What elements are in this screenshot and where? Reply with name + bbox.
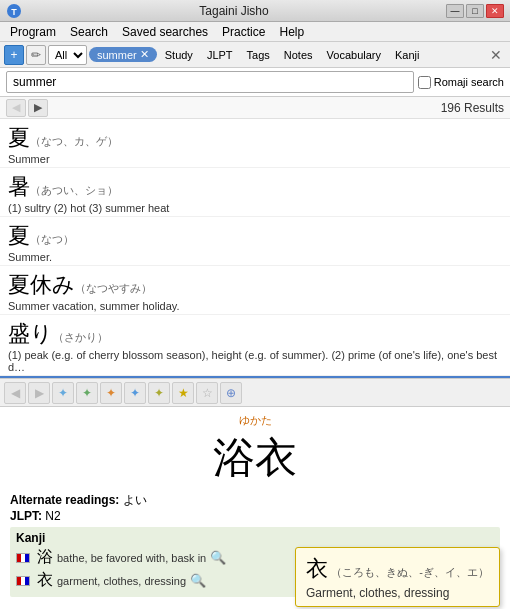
flag-icon [16,576,30,586]
alt-readings-value: よい [123,493,147,507]
result-count: 196 Results [441,101,504,115]
kanji-lookup-icon-2[interactable]: 🔍 [190,573,206,588]
search-bar: Romaji search [0,68,510,97]
result-item[interactable]: 浴衣（ゆかた、よい） Yukata (light cotton kimono w… [0,376,510,379]
detail-kanji: 浴衣 [10,430,500,486]
window-controls: — □ ✕ [446,4,504,18]
tab-kanji[interactable]: Kanji [389,47,425,63]
pencil-button[interactable]: ✏ [26,45,46,65]
action-btn-7[interactable]: ☆ [196,382,218,404]
popup-readings: （ころも、きぬ、-ぎ、イ、エ） [331,566,489,578]
add-button[interactable]: + [4,45,24,65]
summer-tag[interactable]: summer ✕ [89,47,157,62]
maximize-button[interactable]: □ [466,4,484,18]
result-bar: ◀ ▶ 196 Results [0,97,510,119]
tab-notes[interactable]: Notes [278,47,319,63]
menu-bar: Program Search Saved searches Practice H… [0,22,510,42]
result-desc: Summer. [8,251,502,263]
filter-select[interactable]: All [48,45,87,65]
kanji-popup: 衣 （ころも、きぬ、-ぎ、イ、エ） Garment, clothes, dres… [295,547,500,607]
tab-jlpt[interactable]: JLPT [201,47,239,63]
result-kanji-line: 夏（なつ、カ、ゲ） [8,123,502,153]
menu-search[interactable]: Search [64,23,114,41]
result-kanji-line: 夏（なつ） [8,221,502,251]
results-list[interactable]: 夏（なつ、カ、ゲ） Summer 暑（あつい、ショ） (1) sultry (2… [0,119,510,379]
action-btn-3[interactable]: ✦ [100,382,122,404]
result-item[interactable]: 盛り（さかり） (1) peak (e.g. of cherry blossom… [0,315,510,376]
result-kanji-line: 夏休み（なつやすみ） [8,270,502,300]
kanji-char-2: 衣 [37,570,53,591]
result-item[interactable]: 夏（なつ、カ、ゲ） Summer [0,119,510,168]
kanji-char-1: 浴 [37,547,53,568]
result-item[interactable]: 夏（なつ） Summer. [0,217,510,266]
alt-readings-label: Alternate readings: [10,493,119,507]
history-back-button[interactable]: ◀ [4,382,26,404]
result-item[interactable]: 暑（あつい、ショ） (1) sultry (2) hot (3) summer … [0,168,510,217]
jlpt-label: JLPT: [10,509,42,523]
romaji-checkbox[interactable] [418,76,431,89]
action-btn-5[interactable]: ✦ [148,382,170,404]
jlpt-level: N2 [45,509,60,523]
result-desc: Summer vacation, summer holiday. [8,300,502,312]
menu-practice[interactable]: Practice [216,23,271,41]
menu-help[interactable]: Help [273,23,310,41]
tag-remove-icon[interactable]: ✕ [140,48,149,61]
jlpt-line: JLPT: N2 [10,509,500,523]
close-button[interactable]: ✕ [486,4,504,18]
kanji-meaning-1: bathe, be favored with, bask in [57,552,206,564]
result-kanji-line: 盛り（さかり） [8,319,502,349]
result-kanji-line: 暑（あつい、ショ） [8,172,502,202]
romaji-label: Romaji search [418,76,504,89]
result-desc: Summer [8,153,502,165]
search-input[interactable] [6,71,414,93]
action-bar: ◀ ▶ ✦ ✦ ✦ ✦ ✦ ★ ☆ ⊕ [0,379,510,407]
menu-program[interactable]: Program [4,23,62,41]
toolbar-close-icon[interactable]: ✕ [486,47,506,63]
action-btn-4[interactable]: ✦ [124,382,146,404]
menu-saved-searches[interactable]: Saved searches [116,23,214,41]
app-icon: T [6,3,22,19]
detail-furigana: ゆかた [10,413,500,428]
detail-pane: ゆかた 浴衣 Alternate readings: よい JLPT: N2 K… [0,407,510,609]
popup-meaning: Garment, clothes, dressing [306,586,489,600]
tab-vocabulary[interactable]: Vocabulary [321,47,387,63]
forward-button[interactable]: ▶ [28,99,48,117]
toolbar: + ✏ All summer ✕ Study JLPT Tags Notes V… [0,42,510,68]
svg-text:T: T [11,7,17,17]
minimize-button[interactable]: — [446,4,464,18]
popup-kanji: 衣 [306,556,328,581]
tab-tags[interactable]: Tags [241,47,276,63]
popup-kanji-line: 衣 （ころも、きぬ、-ぎ、イ、エ） [306,554,489,584]
action-btn-1[interactable]: ✦ [52,382,74,404]
kanji-section-title: Kanji [16,531,494,545]
kanji-lookup-icon-1[interactable]: 🔍 [210,550,226,565]
action-btn-8[interactable]: ⊕ [220,382,242,404]
tag-label: summer [97,49,137,61]
action-btn-2[interactable]: ✦ [76,382,98,404]
history-forward-button[interactable]: ▶ [28,382,50,404]
result-item[interactable]: 夏休み（なつやすみ） Summer vacation, summer holid… [0,266,510,315]
action-btn-6[interactable]: ★ [172,382,194,404]
window-title: Tagaini Jisho [22,4,446,18]
back-button[interactable]: ◀ [6,99,26,117]
tab-study[interactable]: Study [159,47,199,63]
detail-alt-readings: Alternate readings: よい [10,492,500,509]
result-desc: (1) peak (e.g. of cherry blossom season)… [8,349,502,373]
flag-icon [16,553,30,563]
result-desc: (1) sultry (2) hot (3) summer heat [8,202,502,214]
title-bar: T Tagaini Jisho — □ ✕ [0,0,510,22]
kanji-meaning-2: garment, clothes, dressing [57,575,186,587]
